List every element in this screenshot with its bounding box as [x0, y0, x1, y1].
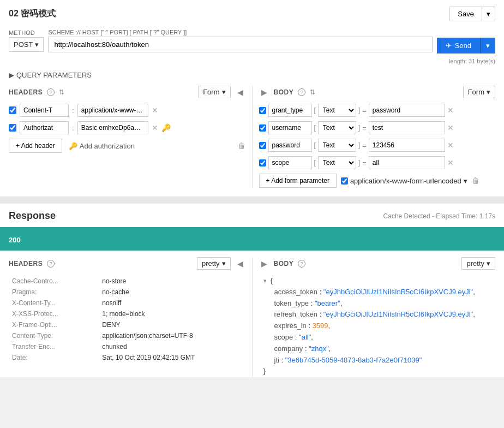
- body-checkbox-0[interactable]: [259, 107, 266, 114]
- body-checkbox-1[interactable]: [259, 124, 266, 132]
- resp-body-pretty-dropdown[interactable]: pretty ▾: [461, 257, 495, 270]
- body-remove-0[interactable]: ✕: [447, 106, 454, 115]
- header-val-1[interactable]: [77, 121, 148, 134]
- resp-headers-info-icon[interactable]: ?: [47, 260, 55, 268]
- key-icon-1[interactable]: 🔑: [161, 123, 171, 132]
- body-key-3[interactable]: [268, 156, 312, 169]
- headers-collapse-icon[interactable]: ◀: [235, 88, 245, 97]
- body-panel-header: ▶ BODY ? ⇅ Form ▾: [259, 86, 496, 98]
- save-button-group: Save ▾: [449, 7, 495, 21]
- resp-header-row-5: Content-Type:application/json;charset=UT…: [10, 331, 244, 341]
- type-select-2[interactable]: Text: [318, 139, 356, 152]
- delete-icon[interactable]: 🗑: [238, 141, 245, 150]
- page-title: 02 密码模式: [9, 8, 56, 20]
- resp-headers-pretty-arrow-icon: ▾: [222, 259, 226, 268]
- json-open-brace: {: [271, 276, 273, 284]
- json-key-1: token_type: [274, 299, 309, 307]
- body-sort-icon[interactable]: ⇅: [310, 88, 315, 96]
- body-checkbox-2[interactable]: [259, 142, 266, 149]
- equals-2: =: [362, 141, 367, 150]
- bracket-open-0: [: [314, 106, 316, 114]
- resp-header-val-5: application/json;charset=UTF-8: [100, 331, 244, 341]
- header-val-0[interactable]: [77, 104, 148, 117]
- headers-title: HEADERS: [9, 88, 43, 96]
- resp-body-pretty-label: pretty: [466, 259, 484, 268]
- header-remove-1[interactable]: ✕: [152, 123, 158, 132]
- body-title: BODY: [274, 88, 294, 96]
- body-val-0[interactable]: [369, 104, 445, 117]
- encoding-arrow-icon: ▾: [464, 177, 467, 185]
- resp-body-info-icon[interactable]: ?: [298, 260, 305, 268]
- equals-0: =: [362, 106, 367, 115]
- body-row-3: [ Text ] = ✕: [259, 156, 496, 169]
- resp-headers-collapse-icon[interactable]: ◀: [235, 259, 245, 268]
- body-expand-icon[interactable]: ▶: [259, 88, 269, 97]
- method-select[interactable]: POST ▾: [9, 37, 44, 52]
- json-entry-3: expires_in : 3599,: [263, 320, 496, 332]
- save-button[interactable]: Save: [449, 7, 482, 21]
- body-form-dropdown[interactable]: Form ▾: [463, 86, 495, 98]
- save-arrow-button[interactable]: ▾: [482, 7, 495, 21]
- send-button[interactable]: ✈ Send: [437, 38, 480, 54]
- resp-headers-pretty-dropdown[interactable]: pretty ▾: [197, 257, 231, 270]
- response-panels: HEADERS ? pretty ▾ ◀ Cache-Contro...no-s…: [9, 257, 495, 377]
- bracket-open-1: [: [314, 124, 316, 132]
- body-info-icon[interactable]: ?: [298, 88, 305, 96]
- json-val-1: "bearer": [315, 299, 340, 307]
- resp-header-key-1: Pragma:: [10, 287, 99, 297]
- resp-body-expand-icon[interactable]: ▶: [259, 259, 269, 268]
- resp-header-val-3: 1; mode=block: [100, 309, 244, 319]
- resp-header-row-1: Pragma:no-cache: [10, 287, 244, 297]
- response-headers-panel-header: HEADERS ? pretty ▾ ◀: [9, 257, 245, 270]
- resp-header-row-4: X-Frame-Opti...DENY: [10, 320, 244, 330]
- section-divider: [0, 197, 504, 204]
- resp-body-pretty-arrow-icon: ▾: [487, 259, 490, 268]
- json-entry-0: access_token : "eyJhbGciOiJIUzI1NiIsInR5…: [263, 287, 496, 298]
- body-remove-1[interactable]: ✕: [447, 123, 454, 132]
- type-select-3[interactable]: Text: [318, 156, 356, 169]
- header-key-1[interactable]: [20, 121, 69, 134]
- body-remove-3[interactable]: ✕: [447, 158, 454, 167]
- header-key-0[interactable]: [20, 104, 69, 117]
- bracket-close-2: ]: [358, 141, 360, 149]
- response-header: Response Cache Detected - Elapsed Time: …: [9, 210, 495, 222]
- body-remove-2[interactable]: ✕: [447, 141, 454, 150]
- encoding-checkbox[interactable]: [341, 177, 348, 185]
- add-form-param-button[interactable]: + Add form parameter: [259, 174, 337, 188]
- json-tree-toggle[interactable]: ▾: [263, 277, 267, 284]
- headers-panel: HEADERS ? ⇅ Form ▾ ◀ : ✕: [9, 86, 253, 188]
- body-panel: ▶ BODY ? ⇅ Form ▾ [ Text ] = ✕ [: [253, 86, 496, 188]
- type-select-1[interactable]: Text: [318, 121, 356, 134]
- body-val-2[interactable]: [369, 139, 445, 152]
- query-params-toggle[interactable]: ▶ QUERY PARAMETERS: [9, 71, 495, 79]
- header-checkbox-1[interactable]: [9, 124, 16, 132]
- response-section: Response Cache Detected - Elapsed Time: …: [0, 204, 504, 377]
- body-key-2[interactable]: [268, 139, 312, 152]
- body-checkbox-3[interactable]: [259, 159, 266, 167]
- method-group: METHOD POST ▾: [9, 29, 44, 52]
- type-select-0[interactable]: Text: [318, 104, 356, 117]
- add-header-button[interactable]: + Add header: [9, 139, 62, 153]
- url-input[interactable]: [48, 37, 432, 52]
- header-checkbox-0[interactable]: [9, 106, 16, 114]
- header-remove-0[interactable]: ✕: [152, 106, 158, 115]
- headers-form-dropdown[interactable]: Form ▾: [198, 86, 230, 98]
- headers-info-icon[interactable]: ?: [47, 88, 55, 96]
- body-delete-icon[interactable]: 🗑: [472, 176, 479, 185]
- json-key-5: company: [274, 344, 303, 353]
- headers-sort-icon[interactable]: ⇅: [59, 88, 64, 96]
- add-auth-button[interactable]: 🔑 Add authorization: [69, 142, 135, 150]
- resp-header-row-3: X-XSS-Protec...1; mode=block: [10, 309, 244, 319]
- status-code: 200: [9, 236, 21, 244]
- send-arrow-button[interactable]: ▾: [480, 38, 495, 54]
- body-val-3[interactable]: [369, 156, 445, 169]
- resp-header-key-7: Date:: [10, 353, 99, 362]
- json-entry-5: company : "zhqx",: [263, 343, 496, 355]
- resp-header-row-7: Date:Sat, 10 Oct 2019 02:42:15 GMT: [10, 353, 244, 362]
- colon-1: :: [72, 124, 74, 132]
- add-header-row: + Add header 🔑 Add authorization 🗑: [9, 139, 245, 153]
- body-key-1[interactable]: [268, 121, 312, 134]
- body-key-0[interactable]: [268, 104, 312, 117]
- response-body-panel: ▶ BODY ? pretty ▾ ▾ { access_token : "ey…: [253, 257, 496, 377]
- body-val-1[interactable]: [369, 121, 445, 134]
